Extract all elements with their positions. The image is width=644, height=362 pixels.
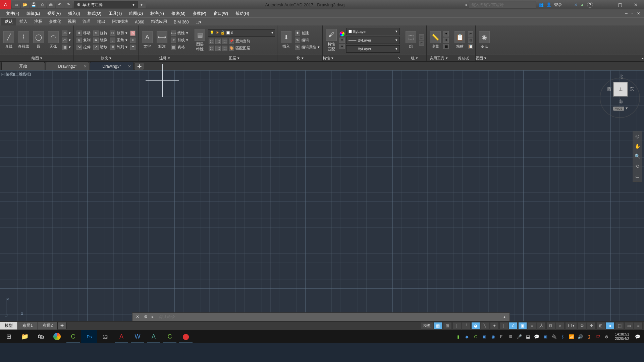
layer-match[interactable]: ⬚⬚⬚🎨匹配图层 — [208, 45, 251, 51]
menu-draw[interactable]: 绘图(D) — [126, 10, 146, 17]
play-icon[interactable]: ▸ — [464, 2, 469, 7]
tray-flag-icon[interactable]: 🏳 — [499, 334, 505, 340]
new-doc-button[interactable]: ✚ — [134, 63, 144, 70]
layer-make-current[interactable]: ⬚⬚⬚📌置为当前 — [208, 38, 251, 44]
mdi-minimize[interactable]: ─ — [623, 11, 629, 16]
ribbon-tab-annotate[interactable]: 注释 — [31, 18, 46, 25]
insert-block-button[interactable]: ⬇插入 — [279, 31, 293, 50]
menu-view[interactable]: 视图(V) — [44, 10, 64, 17]
saveas-icon[interactable]: ⎙ — [38, 1, 46, 8]
copy-clip-icon[interactable]: ⎘ — [468, 38, 473, 43]
mdi-restore[interactable]: ▫ — [629, 11, 635, 16]
group-edit-icon[interactable]: ⬚ — [419, 41, 424, 46]
status-model[interactable]: 模型 — [421, 322, 433, 329]
block-edit-attr[interactable]: ✎编辑属性▾ — [294, 44, 320, 50]
recorder-icon[interactable]: ⬤ — [178, 330, 194, 343]
tray-power-icon[interactable]: 🔌 — [551, 334, 557, 340]
tray-battery-icon[interactable]: ▮ — [455, 334, 461, 340]
paste-spec-icon[interactable]: 📋 — [468, 44, 473, 49]
tray-security-icon[interactable]: 🛡 — [595, 334, 601, 340]
app-store-icon[interactable]: ▲ — [580, 2, 584, 7]
cmd-history-icon[interactable]: ▴ — [501, 314, 507, 320]
ribbon-tab-default[interactable]: 默认 — [1, 18, 16, 25]
layout-model[interactable]: 模型 — [0, 322, 18, 329]
table-button[interactable]: ▦表格 — [170, 44, 189, 50]
browser-icon[interactable] — [49, 330, 65, 343]
maximize-button[interactable]: ▢ — [612, 0, 628, 9]
app1-icon[interactable]: 🗂 — [97, 330, 113, 343]
linetype-dropdown[interactable]: ───ByLayer▾ — [346, 45, 400, 53]
status-anno3-icon[interactable]: ⩍ — [556, 322, 565, 329]
app-icon[interactable]: A — [0, 0, 11, 9]
menu-help[interactable]: 帮助(H) — [232, 10, 253, 17]
polyline-button[interactable]: ⌇多段线 — [17, 31, 31, 50]
workspace-menu-icon[interactable]: ▾ — [138, 1, 146, 8]
ribbon-tab-output[interactable]: 输出 — [94, 18, 109, 25]
layer-dropdown[interactable]: 💡 ☀ 🔓 0 ▾ — [208, 29, 275, 37]
print-icon[interactable]: 🖶 — [47, 1, 55, 8]
explode-button[interactable]: ✴ — [129, 37, 136, 43]
layout-2[interactable]: 布局2 — [38, 322, 58, 329]
mdi-close[interactable]: ✕ — [635, 11, 641, 16]
search-input[interactable] — [469, 1, 536, 8]
tray-k-icon[interactable]: ▣ — [481, 334, 487, 340]
camtasia2-icon[interactable]: C — [162, 330, 178, 343]
menu-file[interactable]: 文件(F) — [3, 10, 22, 17]
list-icon[interactable]: ≡ — [339, 38, 345, 43]
color-wheel-icon[interactable] — [339, 31, 345, 37]
minimize-button[interactable]: ─ — [596, 0, 612, 9]
hatch-button[interactable]: ▦▾ — [61, 44, 71, 50]
clock[interactable]: 14:38:51 2020/4/2 — [612, 332, 632, 341]
tray-o-icon[interactable]: ◉ — [490, 334, 496, 340]
menu-insert[interactable]: 插入(I) — [65, 10, 83, 17]
status-scale[interactable]: 1:1 ▾ — [565, 322, 577, 329]
status-snap-icon[interactable]: ⊞ — [443, 322, 452, 329]
menu-window[interactable]: 窗口(W) — [210, 10, 231, 17]
paste-button[interactable]: 📋粘贴 — [453, 31, 467, 50]
util3-icon[interactable]: ▦ — [443, 44, 449, 49]
color-dropdown[interactable]: ByLayer▾ — [346, 28, 400, 35]
scale-button[interactable]: ⤢缩放 — [93, 44, 108, 50]
menu-dim[interactable]: 标注(N) — [147, 10, 167, 17]
ribbon-tab-addin[interactable]: 附加模块 — [109, 18, 131, 25]
status-gear-icon[interactable]: ⚙ — [578, 322, 586, 329]
status-hw-icon[interactable]: ● — [606, 322, 614, 329]
layer-props-button[interactable]: ▤图层 特性 — [193, 28, 207, 52]
exchange-icon[interactable]: ✕ — [574, 2, 578, 7]
redo-icon[interactable]: ↷ — [64, 1, 72, 8]
line-button[interactable]: ╱直线 — [2, 31, 15, 50]
status-iso2-icon[interactable]: ⬚ — [615, 322, 624, 329]
tray-app-icon[interactable]: ▣ — [542, 334, 548, 340]
nav-showmotion-icon[interactable]: ▭ — [633, 171, 642, 181]
status-ortho-icon[interactable]: └ — [462, 322, 471, 329]
panel-layer-title[interactable]: 图层 ▾ — [191, 55, 277, 61]
undo-icon[interactable]: ↶ — [56, 1, 64, 8]
fillet-button[interactable]: ◟圆角▾ — [109, 37, 128, 43]
tray-bluetooth-icon[interactable]: ᛒ — [560, 334, 566, 340]
nav-zoom-icon[interactable]: 🔍 — [633, 151, 642, 161]
help-icon[interactable]: ? — [587, 2, 593, 8]
util2-icon[interactable]: ✚ — [443, 38, 449, 43]
rotate-button[interactable]: ⟲旋转 — [93, 30, 108, 36]
infocenter-icon[interactable]: 👥 — [539, 2, 544, 7]
layout-add[interactable]: ✚ — [58, 322, 67, 329]
status-polar-icon[interactable]: ◕ — [471, 322, 480, 329]
tray-close-icon[interactable]: ⊗ — [603, 334, 609, 340]
login-label[interactable]: 登录 — [554, 2, 562, 8]
cmd-options-icon[interactable]: ⚙ — [143, 314, 149, 320]
lineweight-dropdown[interactable]: ───ByLayer▾ — [346, 37, 400, 44]
text-button[interactable]: A文字 — [141, 31, 154, 50]
nav-pan-icon[interactable]: ✋ — [633, 141, 642, 151]
ribbon-tab-insert[interactable]: 插入 — [16, 18, 31, 25]
cmd-close-icon[interactable]: ✕ — [135, 314, 141, 320]
status-otrack-icon[interactable]: ∠ — [509, 322, 518, 329]
group-button[interactable]: ⬚组 — [404, 31, 418, 50]
ribbon-tab-bim360[interactable]: BIM 360 — [170, 19, 192, 25]
block-create[interactable]: ✚创建 — [294, 30, 320, 36]
status-anno-icon[interactable]: 人 — [537, 322, 546, 329]
circle-button[interactable]: ◯圆 — [32, 31, 45, 50]
open-icon[interactable]: 📂 — [21, 1, 29, 8]
menu-param[interactable]: 参数(P) — [190, 10, 210, 17]
ellipse-button[interactable]: ⬭▾ — [61, 37, 71, 43]
start-button[interactable]: ⊞ — [1, 330, 17, 343]
